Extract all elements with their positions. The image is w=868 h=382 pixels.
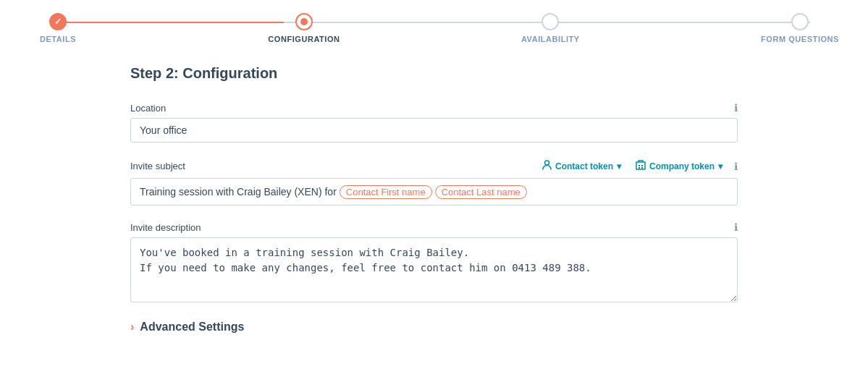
step-label-configuration: CONFIGURATION	[268, 35, 340, 43]
location-field-group: Location ℹ	[130, 102, 738, 143]
invite-description-label-row: Invite description ℹ	[130, 221, 738, 233]
chevron-right-icon: ›	[130, 321, 134, 334]
invite-subject-field-group: Invite subject Contact token ▾	[130, 158, 738, 205]
step-label-form-questions: FORM QUESTIONS	[761, 35, 839, 43]
location-input[interactable]	[130, 118, 738, 143]
advanced-settings-label: Advanced Settings	[140, 321, 244, 334]
invite-description-info-icon[interactable]: ℹ	[734, 221, 738, 233]
svg-point-0	[544, 161, 549, 165]
stepper-track	[58, 22, 810, 23]
step-details[interactable]: DETAILS	[29, 13, 87, 43]
svg-rect-3	[641, 165, 643, 166]
invite-description-label: Invite description	[130, 222, 201, 233]
step-circle-availability	[542, 13, 559, 30]
invite-subject-info-icon[interactable]: ℹ	[734, 161, 738, 172]
contact-token-icon	[542, 160, 552, 172]
company-token-button[interactable]: Company token ▾	[633, 158, 725, 174]
location-info-icon[interactable]: ℹ	[734, 102, 738, 114]
contact-token-button[interactable]: Contact token ▾	[539, 158, 624, 174]
svg-rect-1	[636, 162, 645, 169]
company-token-icon	[636, 160, 646, 172]
step-circle-configuration	[295, 13, 313, 30]
step-form-questions[interactable]: FORM QUESTIONS	[761, 13, 839, 43]
step-availability[interactable]: AVAILABILITY	[521, 13, 580, 43]
advanced-settings[interactable]: › Advanced Settings	[130, 321, 738, 334]
invite-subject-actions: Contact token ▾ Company	[539, 158, 738, 174]
contact-token-label: Contact token	[555, 161, 613, 171]
page-title: Step 2: Configuration	[130, 65, 738, 82]
stepper: DETAILS CONFIGURATION AVAILABILITY FORM …	[0, 0, 868, 51]
svg-rect-5	[641, 167, 643, 169]
invite-subject-label: Invite subject	[130, 161, 185, 171]
step-label-details: DETAILS	[40, 35, 76, 43]
step-circle-form-questions	[791, 13, 809, 30]
invite-description-field-group: Invite description ℹ You've booked in a …	[130, 221, 738, 305]
step-configuration[interactable]: CONFIGURATION	[268, 13, 340, 43]
contact-first-name-token[interactable]: Contact First name	[340, 185, 432, 199]
invite-description-textarea[interactable]: You've booked in a training session with…	[130, 237, 738, 302]
contact-token-dropdown-icon: ▾	[617, 161, 621, 171]
step-circle-details	[49, 13, 67, 30]
company-token-dropdown-icon: ▾	[718, 161, 722, 171]
company-token-label: Company token	[649, 161, 715, 171]
svg-rect-4	[639, 167, 640, 169]
subject-static-text: Training session with Craig Bailey (XEN)…	[140, 186, 337, 198]
stepper-track-filled	[58, 22, 284, 23]
svg-rect-2	[639, 165, 640, 166]
invite-subject-input[interactable]: Training session with Craig Bailey (XEN)…	[130, 178, 738, 205]
invite-subject-label-row: Invite subject Contact token ▾	[130, 158, 738, 174]
contact-last-name-token[interactable]: Contact Last name	[435, 185, 527, 199]
step-label-availability: AVAILABILITY	[521, 35, 580, 43]
location-label-row: Location ℹ	[130, 102, 738, 114]
main-content: Step 2: Configuration Location ℹ Invite …	[0, 51, 868, 362]
location-label: Location	[130, 103, 166, 114]
